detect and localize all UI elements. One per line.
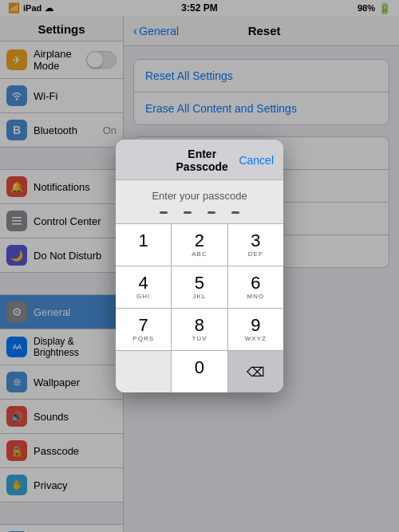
numpad-4[interactable]: 4 GHI — [116, 266, 172, 308]
numpad-6[interactable]: 6 MNO — [228, 266, 283, 308]
passcode-dots — [116, 207, 283, 223]
passcode-header: Enter Passcode Cancel — [116, 140, 283, 180]
numpad-5[interactable]: 5 JKL — [172, 266, 227, 308]
passcode-prompt: Enter your passcode — [116, 180, 283, 207]
numpad-0[interactable]: 0 — [172, 351, 227, 392]
passcode-dot-4 — [231, 211, 239, 214]
numpad: 1 2 ABC 3 DEF 4 GHI 5 — [116, 223, 283, 392]
numpad-row-1: 1 2 ABC 3 DEF — [116, 224, 283, 266]
numpad-7[interactable]: 7 PQRS — [116, 309, 172, 350]
numpad-row-3: 7 PQRS 8 TUV 9 WXYZ — [116, 309, 283, 351]
numpad-1[interactable]: 1 — [116, 224, 172, 266]
numpad-empty — [116, 351, 172, 392]
passcode-dot-1 — [160, 211, 168, 214]
numpad-2[interactable]: 2 ABC — [172, 224, 227, 266]
numpad-row-2: 4 GHI 5 JKL 6 MNO — [116, 266, 283, 309]
passcode-dialog: Enter Passcode Cancel Enter your passcod… — [116, 140, 283, 392]
numpad-9[interactable]: 9 WXYZ — [228, 309, 283, 350]
passcode-title: Enter Passcode — [165, 148, 239, 173]
delete-icon: ⌫ — [247, 365, 265, 380]
passcode-dot-3 — [207, 211, 215, 214]
passcode-cancel-button[interactable]: Cancel — [239, 154, 274, 167]
numpad-8[interactable]: 8 TUV — [172, 309, 227, 350]
numpad-row-4: 0 ⌫ — [116, 351, 283, 392]
numpad-3[interactable]: 3 DEF — [228, 224, 283, 266]
passcode-dot-2 — [184, 211, 192, 214]
numpad-delete[interactable]: ⌫ — [228, 351, 283, 392]
passcode-overlay: Enter Passcode Cancel Enter your passcod… — [0, 0, 399, 532]
